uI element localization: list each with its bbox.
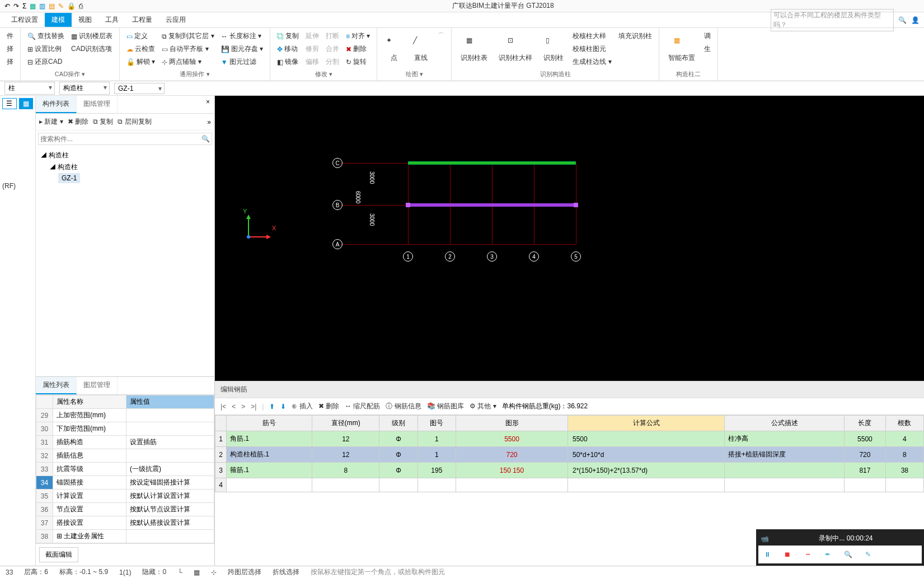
formula-cell[interactable]: 50*d+10*d: [568, 447, 725, 463]
tab-cloud[interactable]: 云应用: [159, 13, 193, 27]
length-dim-button[interactable]: ↔长度标注 ▾: [219, 30, 265, 42]
diameter-cell[interactable]: 8: [312, 463, 379, 478]
tab-view[interactable]: 视图: [72, 13, 99, 27]
floor-label[interactable]: (RF): [0, 179, 35, 193]
line-button[interactable]: ╱直线: [409, 30, 433, 69]
row-number[interactable]: 3: [215, 463, 227, 478]
rotate-button[interactable]: ↻旋转: [344, 56, 372, 68]
rebar-library-button[interactable]: 📚 钢筋图库: [427, 402, 464, 411]
prop-name[interactable]: 搭接设置: [53, 516, 126, 530]
unlock-button[interactable]: 🔓解锁 ▾: [124, 56, 157, 68]
close-icon[interactable]: ×: [201, 96, 214, 113]
move-button[interactable]: ✥移动: [275, 43, 301, 55]
grid-view-icon[interactable]: ▦: [19, 98, 34, 109]
sum-icon[interactable]: Σ: [22, 2, 26, 10]
desc-cell[interactable]: 搭接+植筋锚固深度: [725, 447, 845, 463]
identify-col-detail-button[interactable]: ⊡识别柱大样: [494, 30, 537, 69]
rebar-info-button[interactable]: ⓘ 钢筋信息: [386, 402, 421, 411]
desc-cell[interactable]: 柱净高: [725, 431, 845, 447]
list-view-icon[interactable]: ☰: [2, 98, 17, 109]
select2-button[interactable]: 择: [4, 56, 16, 68]
row-number[interactable]: 1: [215, 431, 227, 447]
print-icon[interactable]: ⎙: [79, 2, 83, 10]
snap-icon[interactable]: └: [177, 568, 182, 576]
category-combo[interactable]: 柱: [4, 82, 55, 95]
other-button[interactable]: ⚙ 其他 ▾: [470, 402, 496, 411]
verify-element-button[interactable]: 校核柱图元: [570, 43, 613, 55]
qty-cell[interactable]: [885, 478, 923, 492]
tab-component-list[interactable]: 构件列表: [36, 96, 77, 113]
restore-cad-button[interactable]: ⊟还原CAD: [25, 56, 67, 68]
tab-props[interactable]: 属性列表: [36, 377, 77, 394]
length-cell[interactable]: [845, 478, 885, 492]
row-number[interactable]: 31: [36, 436, 53, 449]
prop-value[interactable]: 按设定锚固搭接计算: [126, 476, 214, 490]
search-input[interactable]: [40, 135, 201, 143]
find-replace-button[interactable]: 🔍查找替换: [25, 30, 67, 42]
shape-cell[interactable]: 5500: [456, 431, 568, 447]
row-number[interactable]: 35: [36, 490, 53, 503]
prop-name[interactable]: ⊞ 土建业务属性: [53, 530, 126, 543]
help-search[interactable]: 可以合并不同工程的楼层及构件类型吗？: [771, 9, 894, 31]
point-button[interactable]: ✦点: [382, 30, 406, 69]
picno-cell[interactable]: 195: [418, 463, 456, 478]
row-number[interactable]: 29: [36, 409, 53, 422]
prop-name[interactable]: 节点设置: [53, 503, 126, 516]
prop-name[interactable]: 上加密范围(mm): [53, 409, 126, 422]
tree-node[interactable]: ◢ 构造柱: [40, 150, 210, 161]
picno-cell[interactable]: [418, 478, 456, 492]
desc-cell[interactable]: [725, 463, 845, 478]
edit-icon[interactable]: ✎: [58, 2, 64, 10]
prop-value[interactable]: 按默认搭接设置计算: [126, 516, 214, 530]
zoom-button[interactable]: 🔍: [841, 548, 855, 561]
tree-node-selected[interactable]: GZ-1: [58, 173, 80, 183]
chart-icon[interactable]: ▦: [30, 2, 36, 10]
mirror-button[interactable]: ◧镜像: [275, 56, 301, 68]
diameter-cell[interactable]: 12: [312, 431, 379, 447]
diameter-cell[interactable]: [312, 478, 379, 492]
prop-name[interactable]: 计算设置: [53, 490, 126, 503]
tab-project-settings[interactable]: 工程设置: [4, 13, 45, 27]
prop-name[interactable]: 插筋构造: [53, 436, 126, 449]
search-icon[interactable]: 🔍: [898, 16, 907, 24]
length-cell[interactable]: 817: [845, 463, 885, 478]
prop-value[interactable]: [126, 422, 214, 436]
tab-layers[interactable]: 图层管理: [77, 377, 118, 394]
qty-cell[interactable]: 4: [885, 431, 923, 447]
identify-column-button[interactable]: ▯识别柱: [539, 30, 568, 69]
generate-button[interactable]: 生: [702, 43, 713, 55]
filter-button[interactable]: ▼图元过滤: [219, 56, 265, 68]
item-combo[interactable]: GZ-1: [114, 83, 165, 94]
verify-detail-button[interactable]: 校核柱大样: [570, 30, 613, 42]
row-number[interactable]: 4: [215, 478, 227, 492]
picno-cell[interactable]: 1: [418, 447, 456, 463]
rebar-name-cell[interactable]: 角筋.1: [227, 431, 312, 447]
ortho-icon[interactable]: ⊹: [211, 568, 217, 576]
length-cell[interactable]: 5500: [845, 431, 885, 447]
prop-value[interactable]: 按默认节点设置计算: [126, 503, 214, 516]
prop-value[interactable]: 按默认计算设置计算: [126, 490, 214, 503]
pen-button[interactable]: ✎: [861, 548, 875, 561]
save-element-button[interactable]: 💾图元存盘 ▾: [219, 43, 265, 55]
tab-modeling[interactable]: 建模: [45, 13, 72, 27]
formula-cell[interactable]: [568, 478, 725, 492]
floor-table-button[interactable]: ▦识别楼层表: [69, 30, 115, 42]
formula-cell[interactable]: 2*(150+150)+2*(13.57*d): [568, 463, 725, 478]
row-number[interactable]: 30: [36, 422, 53, 436]
row-number[interactable]: 37: [36, 516, 53, 530]
define-button[interactable]: ▭定义: [124, 30, 157, 42]
export-icon[interactable]: ▤: [49, 2, 55, 10]
qty-cell[interactable]: 8: [885, 447, 923, 463]
prop-value[interactable]: [126, 449, 214, 463]
shape-cell[interactable]: 720: [456, 447, 568, 463]
beam-element[interactable]: [408, 161, 576, 165]
scale-rebar-button[interactable]: ↔ 缩尺配筋: [345, 402, 380, 411]
export-icon[interactable]: ⬇: [280, 403, 286, 411]
brush-button[interactable]: ✒: [821, 548, 834, 561]
select-button[interactable]: 择: [4, 43, 16, 55]
row-number[interactable]: 32: [36, 449, 53, 463]
nav-last[interactable]: >|: [251, 403, 256, 411]
nav-next[interactable]: >: [241, 403, 245, 411]
smart-layout-button[interactable]: ▦智能布置: [664, 30, 700, 69]
level-cell[interactable]: [379, 478, 418, 492]
